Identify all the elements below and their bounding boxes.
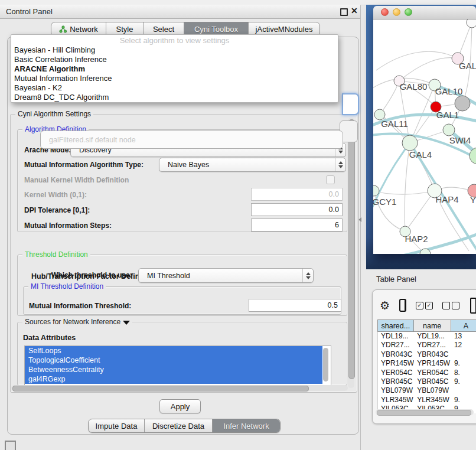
- table-row[interactable]: YDL19...YDL19...13: [378, 332, 476, 341]
- network-table-combo-value: galFiltered.sif default node: [49, 136, 136, 144]
- algorithm-combo-fragment[interactable]: [342, 93, 359, 115]
- dropdown-item-mutual-information-inference[interactable]: Mutual Information Inference: [11, 74, 338, 83]
- network-graph: GALGAL80GAL10GAL1GAL11SWI4GAL4HAP4YGCY1H…: [373, 19, 476, 254]
- network-window-titlebar[interactable]: [373, 6, 476, 19]
- dropdown-item-basic-correlation-inference[interactable]: Basic Correlation Inference: [11, 55, 338, 64]
- network-edge: [376, 51, 458, 70]
- node-table: shared...nameA YDL19...YDL19...13YDR27..…: [377, 319, 476, 413]
- sources-group-title[interactable]: Sources for Network Inference: [22, 318, 132, 326]
- bottom-tab-discretize-data[interactable]: Discretize Data: [145, 419, 213, 432]
- data-attributes-label: Data Attributes: [23, 334, 76, 342]
- table-hscrollbar-thumb[interactable]: [377, 410, 471, 416]
- table-row[interactable]: YPR145WYPR145W9.: [378, 359, 476, 368]
- float-window-icon[interactable]: [340, 8, 348, 16]
- table-cell: [451, 386, 476, 395]
- node-label-gcy1: GCY1: [373, 197, 396, 207]
- apply-button[interactable]: Apply: [159, 399, 201, 413]
- select-all-columns-icon[interactable]: ✓✓: [416, 302, 433, 309]
- node-label-gal4: GAL4: [409, 149, 432, 159]
- mac-zoom-icon[interactable]: [405, 8, 412, 16]
- table-cell: YPR145W: [414, 359, 451, 368]
- mi-threshold-label: Mutual Information Threshold:: [29, 302, 131, 310]
- table-row[interactable]: YLR345WYLR345W9.: [378, 396, 476, 405]
- dpi-tolerance-label: DPI Tolerance [0,1]:: [24, 206, 90, 214]
- list-item-topologicalcoefficient[interactable]: TopologicalCoefficient: [25, 356, 322, 365]
- tab-cyni-toolbox-label: Cyni Toolbox: [194, 25, 238, 34]
- mac-minimize-icon[interactable]: [393, 8, 400, 16]
- table-panel-header: Table Panel: [366, 269, 476, 288]
- stepper-icon[interactable]: [302, 269, 313, 282]
- column-header-name[interactable]: name: [414, 319, 451, 332]
- network-edge: [405, 191, 435, 231]
- control-panel: Control Panel ✕ NetworkStyleSelectCyni T…: [0, 0, 361, 450]
- splitter-arrow-icon[interactable]: [358, 217, 361, 222]
- close-icon[interactable]: ✕: [351, 6, 358, 15]
- bottom-tabbar: Impute DataDiscretize DataInfer Network: [88, 419, 281, 433]
- table-panel-title: Table Panel: [376, 275, 416, 283]
- which-threshold-label: Which threshold to use:: [51, 271, 132, 279]
- list-scrollbar-thumb[interactable]: [323, 348, 328, 381]
- table-cell: 8.: [451, 369, 476, 377]
- list-item-selfloops[interactable]: SelfLoops: [25, 346, 322, 356]
- cyni-algorithm-settings-title: Cyni Algorithm Settings: [15, 110, 93, 118]
- bottom-tab-infer-network[interactable]: Infer Network: [213, 419, 280, 432]
- table-cell: [451, 350, 476, 359]
- settings-hscrollbar-thumb[interactable]: [12, 386, 309, 392]
- table-cell: 9.: [451, 359, 476, 368]
- node-swi4[interactable]: [443, 124, 455, 136]
- mac-close-icon[interactable]: [381, 8, 389, 16]
- gear-icon[interactable]: ⚙: [380, 300, 390, 311]
- columns-icon[interactable]: [399, 299, 406, 312]
- table-row[interactable]: YBR045CYBR045C9.: [378, 377, 476, 386]
- mi-threshold-field[interactable]: 0.5: [249, 299, 341, 312]
- dropdown-item-dream8-dc-tdc-algorithm[interactable]: Dream8 DC_TDC Algorithm: [11, 93, 338, 102]
- dropdown-item-aracne-algorithm[interactable]: ARACNE Algorithm: [11, 64, 338, 74]
- network-view-window[interactable]: GALGAL80GAL10GAL1GAL11SWI4GAL4HAP4YGCY1H…: [373, 6, 476, 254]
- node-top-partial[interactable]: [467, 19, 476, 28]
- minimized-panel-icon[interactable]: [5, 441, 16, 450]
- manual-kernel-label: Manual Kernel Width Definition: [24, 176, 129, 184]
- table-cell: YDL19...: [414, 332, 451, 341]
- table-row[interactable]: YDR27...YDR27...12: [378, 341, 476, 350]
- manual-kernel-checkbox[interactable]: [326, 175, 335, 184]
- bottom-tab-impute-data[interactable]: Impute Data: [89, 419, 145, 432]
- tab-jactivemnodules-label: jActiveMNodules: [256, 25, 313, 34]
- kernel-width-field[interactable]: 0.0: [251, 188, 343, 201]
- deselect-all-columns-icon[interactable]: [442, 302, 459, 309]
- node-gal4[interactable]: [402, 135, 418, 151]
- node-gray[interactable]: [455, 96, 470, 111]
- settings-scrollbar-thumb[interactable]: [348, 119, 355, 379]
- mi-type-combo[interactable]: Naive Bayes: [159, 158, 346, 172]
- table-cell: YLR345W: [414, 396, 451, 405]
- tab-style-label: Style: [116, 25, 133, 34]
- data-attributes-list[interactable]: SelfLoopsTopologicalCoefficientBetweenne…: [24, 345, 331, 386]
- network-edge: [374, 191, 435, 194]
- dropdown-item-bayesian-hill-climbing[interactable]: Bayesian - Hill Climbing: [11, 45, 338, 55]
- app-root: Control Panel ✕ NetworkStyleSelectCyni T…: [0, 0, 476, 450]
- mi-steps-field[interactable]: 6: [251, 219, 343, 231]
- threshold-definition-title: Threshold Definition: [22, 250, 90, 259]
- table-row[interactable]: YBL079WYBL079W: [378, 386, 476, 395]
- bottom-tab-discretize-data-label: Discretize Data: [152, 422, 204, 431]
- column-header-shared[interactable]: shared...: [377, 319, 414, 332]
- tab-select-label: Select: [153, 25, 174, 34]
- list-item-gal4rgexp[interactable]: gal4RGexp: [25, 374, 322, 384]
- control-panel-title: Control Panel: [6, 7, 53, 16]
- column-header-a[interactable]: A: [451, 319, 476, 332]
- mi-type-value: Naive Bayes: [168, 161, 209, 169]
- stepper-icon[interactable]: [335, 158, 345, 171]
- network-canvas[interactable]: GALGAL80GAL10GAL1GAL11SWI4GAL4HAP4YGCY1H…: [373, 19, 476, 254]
- table-hscrollbar-track[interactable]: [376, 409, 474, 415]
- table-row[interactable]: YBR043CYBR043C: [378, 350, 476, 359]
- node-label-gal1: GAL1: [436, 110, 459, 120]
- table-toolbar: ⚙ ✓✓: [373, 295, 476, 316]
- dpi-tolerance-field[interactable]: 0.0: [251, 203, 343, 216]
- list-item-betweennesscentrality[interactable]: BetweennessCentrality: [25, 365, 322, 374]
- dropdown-item-bayesian-k2[interactable]: Bayesian - K2: [11, 83, 338, 93]
- new-table-icon[interactable]: [470, 298, 476, 314]
- table-header-row: shared...nameA: [377, 319, 476, 332]
- dropdown-items: Bayesian - Hill ClimbingBasic Correlatio…: [11, 45, 338, 102]
- table-row[interactable]: YER054CYER054C8.: [378, 369, 476, 377]
- which-threshold-combo[interactable]: MI Threshold: [138, 268, 314, 283]
- network-table-combo[interactable]: galFiltered.sif default node: [40, 131, 343, 149]
